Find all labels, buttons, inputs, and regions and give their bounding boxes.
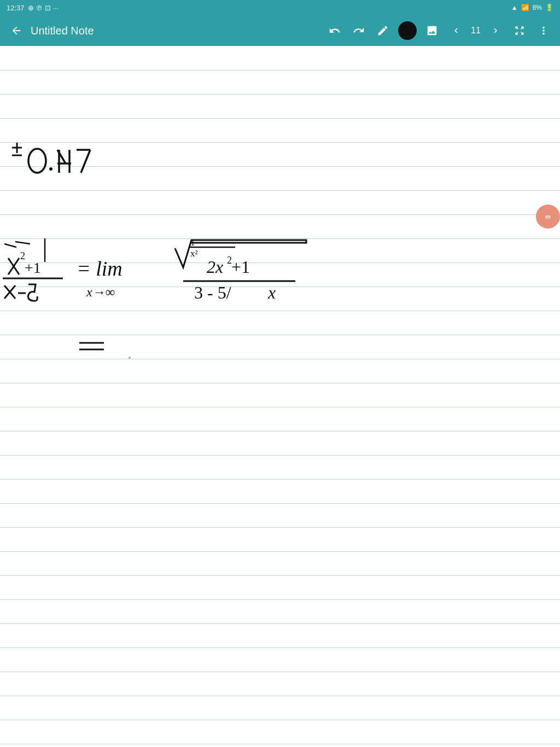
prev-page-button[interactable]	[445, 20, 467, 42]
page-number: 11	[469, 26, 482, 36]
more-options-button[interactable]	[533, 20, 555, 42]
svg-line-16	[15, 242, 30, 244]
svg-point-35	[129, 357, 131, 359]
svg-text:= lim: = lim	[77, 257, 122, 280]
svg-line-10	[81, 150, 90, 173]
avatar-bubble: m	[536, 205, 560, 229]
status-bar: 12:37 ⊕ ℗ ⊡ ··· ▲ 📶 8% 🔋	[0, 0, 560, 15]
signal-icon: ▲	[511, 4, 518, 11]
svg-text:x→∞: x→∞	[86, 285, 115, 299]
undo-button[interactable]	[324, 20, 346, 42]
back-button[interactable]	[5, 20, 27, 42]
toolbar: Untitled Note 11	[0, 15, 560, 46]
redo-button[interactable]	[348, 20, 370, 42]
next-page-button[interactable]	[485, 20, 506, 42]
avatar-initials: m	[545, 213, 551, 220]
note-title: Untitled Note	[31, 25, 324, 37]
handwriting-canvas[interactable]: 2 +1 = lim x→∞ 1 x² 2x 2 +1	[0, 46, 560, 747]
battery-text: 8%	[533, 4, 542, 11]
expand-button[interactable]	[509, 20, 530, 42]
battery-icon: 🔋	[545, 4, 553, 11]
svg-text:3 - 5/: 3 - 5/	[194, 283, 231, 302]
svg-text:+1: +1	[231, 257, 250, 277]
status-icons: ⊕ ℗ ⊡ ···	[28, 4, 59, 12]
toolbar-actions: 11	[324, 20, 555, 42]
status-right: ▲ 📶 8% 🔋	[511, 4, 553, 11]
svg-point-3	[28, 149, 46, 173]
svg-text:+1: +1	[25, 259, 41, 276]
pen-button[interactable]	[372, 20, 394, 42]
svg-text:x²: x²	[190, 248, 198, 259]
svg-text:2x: 2x	[207, 257, 223, 277]
plus-minus-group	[12, 143, 22, 155]
svg-text:1: 1	[190, 237, 195, 248]
status-time: 12:37	[7, 4, 25, 12]
svg-line-15	[4, 244, 16, 247]
wifi-icon: 📶	[521, 4, 529, 11]
color-picker[interactable]	[398, 21, 417, 40]
image-button[interactable]	[421, 20, 443, 42]
svg-text:x: x	[267, 283, 276, 302]
status-left: 12:37 ⊕ ℗ ⊡ ···	[7, 4, 59, 12]
note-area[interactable]: 2 +1 = lim x→∞ 1 x² 2x 2 +1	[0, 46, 560, 747]
svg-point-4	[49, 167, 52, 171]
